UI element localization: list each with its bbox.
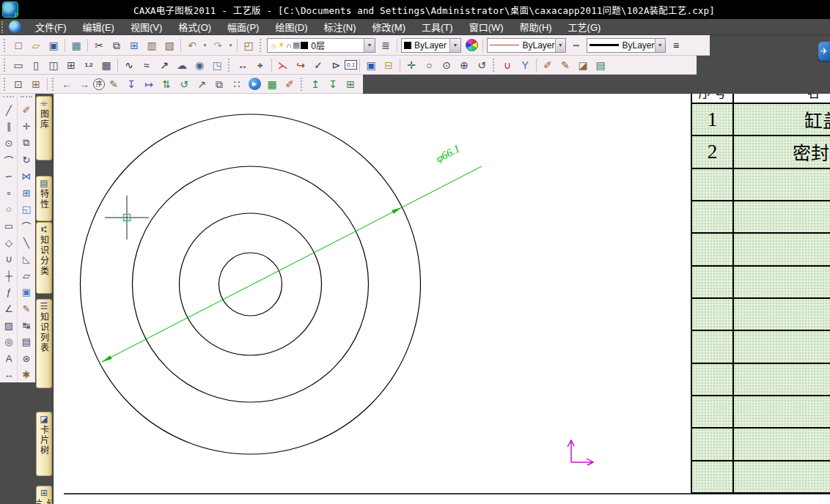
bom-cell-name[interactable] <box>734 429 830 459</box>
tool-parallel-line[interactable]: ∥ <box>1 119 17 136</box>
menu-item-process[interactable]: 工艺(G) <box>560 18 609 35</box>
tool-circle[interactable]: ⊙ <box>1 135 17 152</box>
menu-item-view[interactable]: 视图(V) <box>122 18 170 35</box>
toolbar-grip[interactable] <box>301 78 304 91</box>
menu-item-window[interactable]: 窗口(W) <box>461 18 512 35</box>
layer-combo-dropdown[interactable]: ▾ <box>364 39 375 52</box>
redo-button[interactable]: ↷ <box>209 37 227 53</box>
zoom-window-button[interactable]: ⊙ <box>438 57 455 73</box>
tool-point[interactable]: ∘ <box>1 185 17 201</box>
play-demo-button[interactable]: ▶ <box>246 76 263 92</box>
swap-pages-button[interactable]: ⇅ <box>158 76 175 92</box>
undo-dropdown[interactable]: ▾ <box>201 37 209 53</box>
export-page-button[interactable]: ↦ <box>140 76 158 92</box>
bom-table[interactable]: 序 号 名1 缸盖2 密封 <box>691 94 830 494</box>
bom-cell-name[interactable] <box>734 267 830 297</box>
bom-row-empty[interactable] <box>692 169 830 201</box>
bom-cell-no[interactable] <box>692 234 734 264</box>
bom-row-empty[interactable] <box>692 364 830 396</box>
tab-library[interactable]: ⌯图库 <box>36 96 52 160</box>
tolerance-button[interactable]: 0.1 <box>345 60 357 70</box>
snap-magnet-button[interactable]: ∪ <box>499 57 516 73</box>
sequence-button[interactable]: 序 <box>93 78 105 90</box>
bom-cell-no[interactable] <box>692 462 734 492</box>
linetype-combo-dropdown[interactable]: ▾ <box>555 39 565 52</box>
link-page-button[interactable]: ↗ <box>193 76 210 92</box>
properties-panel-button[interactable]: ▤ <box>592 57 609 73</box>
open-button[interactable]: ▱ <box>27 37 45 53</box>
sheet-settings-button[interactable]: ▭ <box>10 57 27 73</box>
toolbar-grip[interactable] <box>4 39 7 52</box>
modify-toolbar-grip[interactable] <box>21 96 32 100</box>
redo-dropdown[interactable]: ▾ <box>227 37 235 53</box>
bom-row-empty[interactable] <box>692 234 830 266</box>
detail-list-button[interactable]: ▦ <box>98 57 115 73</box>
edit-fillet[interactable]: ⌒ <box>18 218 34 234</box>
ruler-button[interactable]: ⊟ <box>380 57 397 73</box>
menu-item-file[interactable]: 文件(F) <box>27 18 75 35</box>
bom-cell-name[interactable] <box>734 364 830 395</box>
bom-cell-no[interactable] <box>692 169 734 200</box>
edit-mirror[interactable]: ⋈ <box>18 168 34 185</box>
layer-combo[interactable]: ☼☀∩▦0层▾ <box>267 38 375 53</box>
bom-cell-no[interactable] <box>692 429 734 459</box>
edit-copy[interactable]: ⧉ <box>18 135 34 152</box>
pick-settings-button[interactable]: Y <box>516 57 534 73</box>
toolbar-grip[interactable] <box>228 59 232 72</box>
bom-cell-name[interactable]: 缸盖 <box>734 104 830 135</box>
part-circle-3[interactable] <box>180 213 322 355</box>
coordinate-dimension-button[interactable]: ⌖ <box>251 57 269 73</box>
bom-row-1[interactable]: 1 缸盖 <box>692 104 830 136</box>
previous-page-button[interactable]: ← <box>58 76 76 92</box>
edit-3d-view[interactable]: ▣ <box>18 284 34 301</box>
menu-item-edit[interactable]: 编辑(E) <box>75 18 122 35</box>
edit-dimension-edit[interactable]: ✎ <box>18 300 34 317</box>
tool-text[interactable]: A <box>1 350 17 367</box>
pan-button[interactable]: ✛ <box>403 57 420 73</box>
cycle-pages-button[interactable]: ⧉ <box>210 76 228 92</box>
bom-cell-no[interactable]: 1 <box>692 104 734 135</box>
format-brush-button[interactable]: ✎ <box>557 57 574 73</box>
color-combo[interactable]: ByLayer▾ <box>401 38 461 53</box>
tool-local-detail[interactable]: ◎ <box>1 333 17 350</box>
menu-item-tools[interactable]: 工具(T) <box>414 18 461 35</box>
bom-cell-name[interactable] <box>734 201 830 232</box>
bom-cell-no[interactable] <box>692 364 734 395</box>
tool-dimension[interactable]: ↔ <box>1 367 17 384</box>
bom-row-empty[interactable] <box>692 429 830 461</box>
local-magnify-button[interactable]: ◉ <box>191 57 208 73</box>
edit-tools[interactable]: ✱ <box>18 367 34 384</box>
edit-chamfer[interactable]: ◺ <box>18 251 34 267</box>
lineweight-combo-dropdown[interactable]: ▾ <box>655 39 665 52</box>
dimension-line[interactable] <box>102 166 482 362</box>
color-palette-button[interactable] <box>463 37 480 53</box>
edit-rotate[interactable]: ↻ <box>18 152 34 168</box>
copy-with-basepoint-button[interactable]: ⊞ <box>125 37 143 53</box>
part-circle-1[interactable] <box>81 114 421 454</box>
parameter-bar-button[interactable]: ⊞ <box>62 57 80 73</box>
edit-break-line[interactable]: ╲ <box>18 234 34 251</box>
tool-spline[interactable]: ∽ <box>1 168 17 185</box>
bom-cell-no[interactable] <box>692 331 734 362</box>
part-circle-4[interactable] <box>219 253 282 316</box>
zoom-dynamic-button[interactable]: ○ <box>420 57 438 73</box>
bom-row-empty[interactable] <box>692 299 830 331</box>
process-card-fill-button[interactable]: ⊡ <box>10 76 27 92</box>
page-thumbnails-button[interactable]: ∷ <box>228 76 246 92</box>
import-table-button[interactable]: ↥ <box>306 76 324 92</box>
tab-slides[interactable]: ⊞幻灯片 <box>36 486 52 504</box>
menu-item-help[interactable]: 帮助(H) <box>512 18 560 35</box>
bom-cell-name[interactable] <box>734 169 830 200</box>
bom-row-2[interactable]: 2 密封 <box>692 136 830 168</box>
refresh-pages-button[interactable]: ↺ <box>175 76 193 92</box>
lineweight-combo[interactable]: ByLayer▾ <box>587 38 666 53</box>
datum-symbol-button[interactable]: ⊳ <box>327 57 345 73</box>
next-page-button[interactable]: → <box>76 76 93 92</box>
chamfer-dimension-button[interactable]: ⋋ <box>274 57 292 73</box>
menu-item-format[interactable]: 格式(O) <box>170 18 219 35</box>
bom-cell-name[interactable] <box>734 299 830 330</box>
leader-note-button[interactable]: ↪ <box>292 57 309 73</box>
import-page-button[interactable]: ↧ <box>122 76 140 92</box>
toolbar-grip[interactable] <box>4 78 7 91</box>
draw-toolbar-grip[interactable] <box>3 96 14 100</box>
